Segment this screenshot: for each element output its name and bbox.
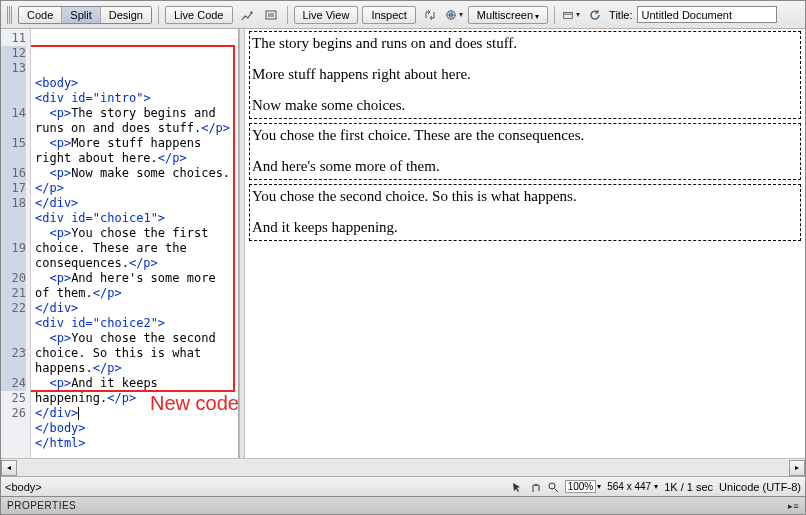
grip-icon [7,6,12,24]
title-field: Title: [609,6,776,23]
scroll-left-icon[interactable]: ◂ [1,460,17,476]
design-paragraph[interactable]: The story begins and runs on and does st… [252,35,798,52]
canvas-dimensions: 564 x 447 [607,481,651,492]
title-label: Title: [609,9,632,21]
code-view-button[interactable]: Code [19,7,62,23]
design-block-choice2[interactable]: You chose the second choice. So this is … [249,184,801,241]
tag-path[interactable]: <body> [5,481,511,493]
properties-label: PROPERTIES [7,500,76,511]
hand-tool-icon[interactable] [529,481,541,493]
tag-selector-bar: <body> 100%▾ 564 x 447▾ 1K / 1 sec Unico… [1,476,805,496]
orientation-icon[interactable] [420,5,440,25]
svg-point-3 [549,483,555,489]
design-paragraph[interactable]: You chose the second choice. So this is … [252,188,798,205]
encoding-label: Unicode (UTF-8) [719,481,801,493]
live-code-button[interactable]: Live Code [165,6,233,24]
design-paragraph[interactable]: More stuff happens right about here. [252,66,798,83]
design-block-intro[interactable]: The story begins and runs on and does st… [249,31,801,119]
view-mode-segment: Code Split Design [18,6,152,24]
file-size-time: 1K / 1 sec [664,481,713,493]
scroll-track[interactable] [17,460,789,476]
split-view-button[interactable]: Split [62,7,100,23]
zoom-tool-icon[interactable] [547,481,559,493]
pointer-tool-icon[interactable] [511,481,523,493]
visual-aids-icon[interactable] [561,5,581,25]
svg-rect-2 [564,12,573,18]
horizontal-scrollbar[interactable]: ◂ ▸ [1,458,805,476]
live-view-button[interactable]: Live View [294,6,359,24]
line-gutter: 11121314151617181920212223242526 [1,29,31,458]
inspect-button[interactable]: Inspect [362,6,415,24]
tool-icon-2[interactable] [261,5,281,25]
properties-panel-header[interactable]: PROPERTIES ▸≡ [1,496,805,514]
title-input[interactable] [637,6,777,23]
annotation-label: New code [150,392,239,415]
design-paragraph[interactable]: You chose the first choice. These are th… [252,127,798,144]
design-block-choice1[interactable]: You chose the first choice. These are th… [249,123,801,180]
split-area: 11121314151617181920212223242526 <body><… [1,29,805,458]
tool-icon-1[interactable] [237,5,257,25]
design-canvas[interactable]: The story begins and runs on and does st… [245,29,805,458]
scroll-right-icon[interactable]: ▸ [789,460,805,476]
design-paragraph[interactable]: Now make some choices. [252,97,798,114]
design-paragraph[interactable]: And it keeps happening. [252,219,798,236]
svg-rect-0 [266,11,276,19]
browser-preview-icon[interactable] [444,5,464,25]
design-view-button[interactable]: Design [101,7,151,23]
multiscreen-button[interactable]: Multiscreen [468,6,548,24]
design-paragraph[interactable]: And here's some more of them. [252,158,798,175]
design-pane: The story begins and runs on and does st… [245,29,805,458]
main-toolbar: Code Split Design Live Code Live View In… [1,1,805,29]
zoom-select[interactable]: 100% [565,480,597,493]
refresh-icon[interactable] [585,5,605,25]
